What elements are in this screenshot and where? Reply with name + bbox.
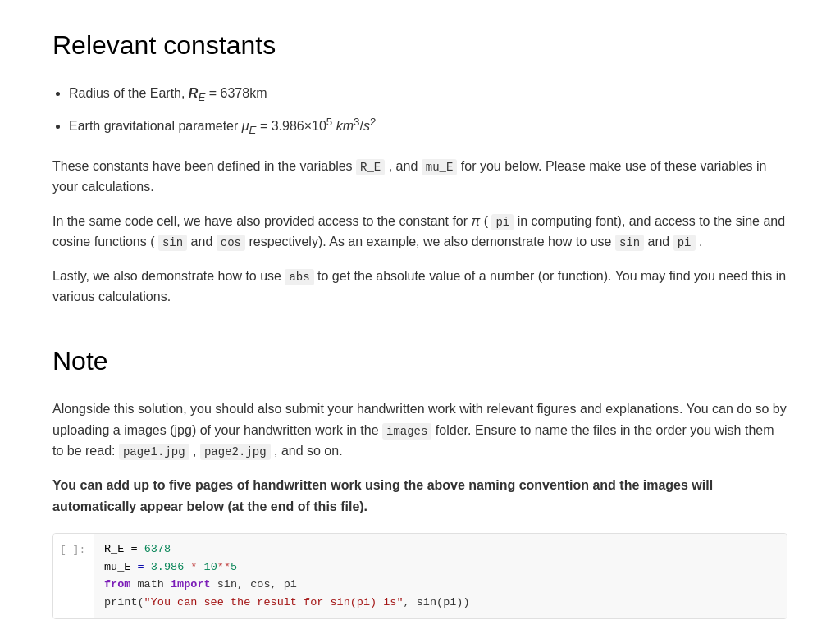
para2-and2: and — [644, 235, 673, 248]
para2-code2: sin — [158, 235, 187, 251]
list-item-radius: Radius of the Earth, RE = 6378km — [69, 83, 788, 107]
list-item-mu: Earth gravitational parameter μE = 3.986… — [69, 113, 788, 139]
para1-start: These constants have been defined in the… — [52, 159, 356, 173]
bullet2-text: Earth gravitational parameter — [69, 119, 242, 133]
para2-and: and — [187, 235, 217, 248]
para2: In the same code cell, we have also prov… — [52, 211, 788, 253]
para3-code1: abs — [285, 269, 313, 285]
code-cell[interactable]: [ ]: R_E = 6378 mu_E = 3.986 * 10**5 fro… — [52, 533, 788, 618]
constants-list: Radius of the Earth, RE = 6378km Earth g… — [69, 83, 788, 139]
para1: These constants have been defined in the… — [52, 156, 788, 198]
para2-mid1: ( — [480, 214, 491, 228]
note-code3: page2.jpg — [200, 444, 271, 460]
bullet2-eq: = 3.986×105 km3/s2 — [256, 119, 376, 133]
para2-code4: sin — [615, 235, 644, 251]
bullet1-text: Radius of the Earth, — [69, 86, 189, 100]
para1-code2: mu_E — [422, 159, 458, 175]
heading-note: Note — [52, 340, 788, 382]
bullet1-unit: km — [249, 86, 267, 100]
para2-start: In the same code cell, we have also prov… — [52, 214, 472, 228]
bullet2-var: μE — [242, 119, 257, 133]
para1-mid: , and — [385, 159, 421, 173]
bullet1-var: RE — [189, 86, 205, 100]
code-line-1: R_E = 6378 — [104, 540, 777, 558]
code-line-2: mu_E = 3.986 * 10**5 — [104, 558, 777, 577]
note-comma1: , — [189, 444, 197, 458]
note-code2: page1.jpg — [119, 444, 189, 460]
para3-start: Lastly, we also demonstrate how to use — [52, 269, 285, 283]
note-section: Note Alongside this solution, you should… — [52, 340, 788, 517]
code-block[interactable]: R_E = 6378 mu_E = 3.986 * 10**5 from mat… — [94, 534, 787, 618]
para2-code3: cos — [217, 235, 245, 251]
para2-code1: pi — [491, 214, 514, 230]
note-end: , and so on. — [271, 444, 343, 458]
para1-code1: R_E — [356, 159, 385, 175]
para2-code5: pi — [673, 235, 696, 251]
bullet1-eq: = 6378 — [205, 86, 249, 100]
note-para1: Alongside this solution, you should also… — [52, 399, 788, 462]
page-container: Relevant constants Radius of the Earth, … — [0, 0, 840, 619]
note-code1: images — [382, 423, 431, 440]
para2-pi: π — [472, 214, 481, 228]
para2-end: respectively). As an example, we also de… — [245, 235, 615, 248]
para3: Lastly, we also demonstrate how to use a… — [52, 266, 788, 308]
heading-relevant-constants: Relevant constants — [52, 25, 788, 66]
code-line-3: from math import sin, cos, pi — [104, 576, 777, 594]
code-line-4: print("You can see the result for sin(pi… — [104, 594, 777, 612]
note-bold-para: You can add up to five pages of handwrit… — [52, 475, 788, 517]
cell-label: [ ]: — [53, 534, 94, 618]
para2-dot: . — [696, 235, 703, 248]
